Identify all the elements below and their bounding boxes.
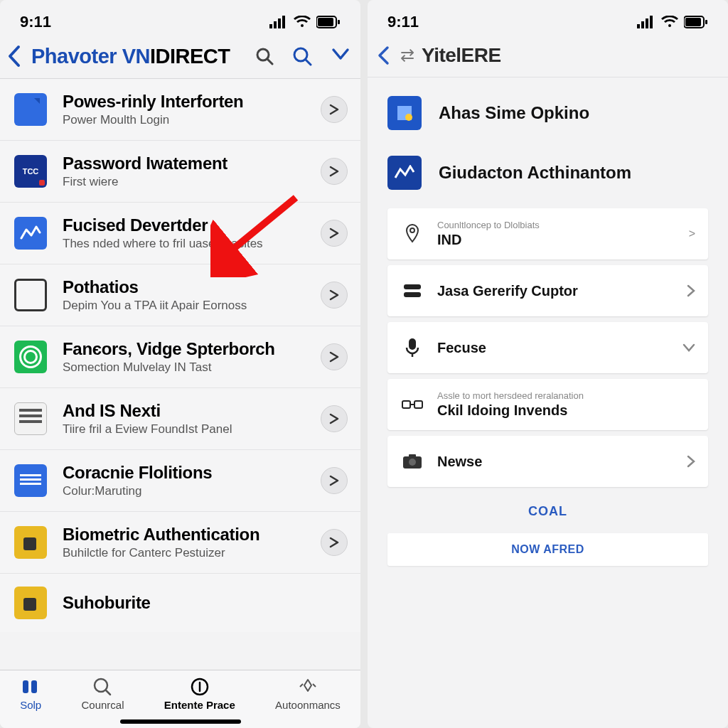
mic-icon [400,338,424,358]
status-time: 9:11 [387,13,419,31]
tab-bar: Solp Counrcal Entente Prace Autoonmancs [0,670,360,728]
list-item[interactable]: Suhoburite [0,574,360,632]
search-icon[interactable] [255,47,274,65]
svg-rect-2 [274,21,277,28]
svg-line-16 [106,690,110,695]
card-item[interactable]: Assle to mort hersdeed reralanationCkil … [387,379,708,430]
chevron-right-icon [321,467,348,494]
list-item[interactable]: Fanєors, Vidge SpterborchSomection Mulve… [0,326,360,388]
svg-rect-4 [282,16,285,28]
wifi-icon [661,16,678,28]
nav-bar: ⇄ YitelERE [368,34,728,77]
app-icon [387,96,422,130]
svg-point-27 [405,114,412,121]
card-item[interactable]: Jasa Gererify Cuptor [387,265,708,316]
list-item[interactable]: Fucised DevertderThes nded where to fril… [0,203,360,264]
news-icon [14,402,47,435]
chevron-right-icon [687,455,695,468]
chart-icon [14,217,47,250]
svg-rect-25 [705,20,707,24]
list-item[interactable]: Powes-rinly InterfortenPower Moulth Logi… [0,79,360,141]
svg-rect-6 [318,18,333,26]
chevron-right-icon [321,529,348,556]
list-item[interactable]: And IS NextiTiire fril a Eview FoundIst … [0,388,360,450]
svg-point-36 [409,459,416,466]
wifi-icon [294,16,311,28]
back-button[interactable] [4,44,26,68]
filter-icon[interactable] [331,47,350,65]
chevron-right-icon [321,158,348,185]
status-bar: 9:11 [0,0,360,34]
page-title: YitelERE [422,44,501,67]
svg-rect-29 [404,284,421,289]
chevron-right-icon [321,282,348,309]
svg-line-9 [267,59,272,64]
svg-rect-24 [685,18,701,26]
chevron-right-icon [687,284,695,297]
card-item[interactable]: Fecuse [387,322,708,373]
svg-rect-14 [31,680,37,693]
page-title: Phavoter VNIDIRECT [31,45,250,68]
svg-rect-22 [650,16,653,28]
camera-icon [400,454,424,469]
svg-rect-7 [338,20,340,24]
svg-rect-20 [641,21,644,28]
tab-solp[interactable]: Solp [20,676,41,711]
cellular-icon [637,16,655,28]
status-time: 9:11 [20,13,51,31]
settings-list: Powes-rinly InterfortenPower Moulth Logi… [0,79,360,670]
chevron-right-icon [321,405,348,432]
tab-entente[interactable]: Entente Prace [164,676,235,711]
status-bar: 9:11 [368,0,728,34]
section-header[interactable]: Giudacton Acthinantom [368,149,728,208]
tab-autoonmancs[interactable]: Autoonmancs [275,676,341,711]
svg-point-28 [410,228,414,232]
svg-rect-19 [637,24,640,28]
battery-icon [684,16,708,28]
svg-rect-30 [404,292,421,297]
list-item[interactable]: Biometric AuthenticationBuhilctle for Ca… [0,512,360,574]
right-phone: 9:11 ⇄ YitelERE Ahas Sime Opkino Giudact… [368,0,728,728]
document-icon [14,93,47,126]
glasses-icon [400,399,424,410]
chevron-down-icon [682,343,695,352]
battery-icon [316,16,341,28]
svg-rect-21 [646,18,648,28]
svg-rect-1 [269,24,272,28]
cellular-icon [269,16,288,28]
card-item[interactable]: Counltloncep to DlolbiatsIND > [387,208,708,259]
left-phone: 9:11 Phavoter VNIDIRECT Pow [0,0,360,728]
svg-rect-3 [278,18,281,28]
svg-rect-13 [23,680,28,693]
search-icon-2[interactable] [292,46,312,66]
chevron-right-icon [321,96,348,123]
tablet-icon [14,279,47,311]
list-item[interactable]: PothatiosDepim You a TPA iit Apair Eorno… [0,264,360,326]
home-indicator[interactable] [120,719,241,724]
list-item[interactable]: TCC Password IwatementFirst wiere [0,141,360,203]
spotify-icon [14,341,47,373]
chart-icon [387,156,422,190]
server-icon [400,283,424,299]
lock-icon [14,526,47,559]
svg-rect-37 [409,454,416,458]
nav-icon: ⇄ [400,46,414,65]
app-tcc-icon: TCC [14,155,47,188]
tab-counrcal[interactable]: Counrcal [81,676,124,711]
list-item[interactable]: Coracnie FlolitionsColur:Maruting [0,450,360,512]
card-item[interactable]: Newse [387,436,708,487]
chevron-right-icon [321,220,348,247]
section-header[interactable]: Ahas Sime Opkino [368,77,728,149]
svg-rect-33 [414,401,422,408]
coal-button[interactable]: COAL [387,496,708,528]
nav-bar: Phavoter VNIDIRECT [0,34,360,79]
svg-rect-31 [409,338,416,350]
back-button[interactable] [375,45,393,66]
chevron-right-icon [321,343,348,370]
folder-icon [14,587,47,619]
file-icon [14,464,47,497]
now-afred-button[interactable]: NOW AFRED [387,533,708,566]
svg-line-11 [306,60,311,65]
svg-rect-12 [21,98,40,121]
pin-icon [400,223,424,245]
